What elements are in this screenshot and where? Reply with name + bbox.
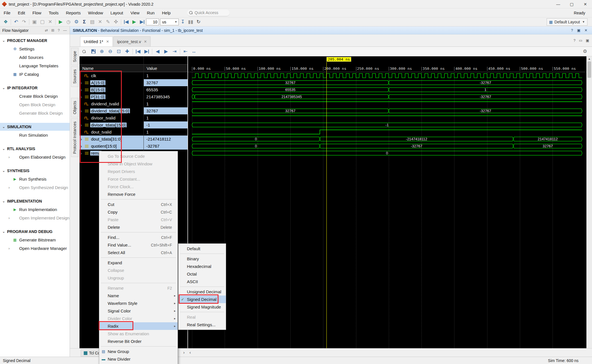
menu-item-hexadecimal[interactable]: Hexadecimal	[178, 263, 226, 270]
close-panel-icon[interactable]: ✕	[584, 28, 587, 32]
expand-chevron-icon[interactable]: ›	[81, 123, 85, 127]
menu-item-new-group[interactable]: ▤New Group	[99, 348, 178, 355]
goto-time-start-icon[interactable]: ◀	[134, 48, 142, 56]
menu-help[interactable]: Help	[158, 8, 174, 17]
float-panel-icon[interactable]: ▣	[577, 28, 580, 32]
flownav-item-open-implemented-design[interactable]: ›Open Implemented Design	[0, 214, 70, 222]
flownav-section-program-and-debug[interactable]: ⌄PROGRAM AND DEBUG	[0, 228, 70, 236]
toggle-icon[interactable]: ⇄	[45, 28, 48, 32]
expand-chevron-icon[interactable]: ›	[8, 216, 12, 220]
side-tab-sources[interactable]: Sources	[71, 66, 78, 87]
menu-item-remove-force[interactable]: Remove Force	[99, 190, 178, 198]
close-design-icon[interactable]: ✕	[96, 18, 104, 26]
search-icon[interactable]	[81, 48, 89, 56]
flownav-section-implementation[interactable]: ⌄IMPLEMENTATION	[0, 197, 70, 205]
minimize-panel-icon[interactable]: —	[63, 28, 67, 32]
elapsed-time-icon[interactable]: ◷	[65, 18, 72, 26]
expand-chevron-icon[interactable]: ›	[81, 88, 85, 92]
flownav-item-run-simulation[interactable]: Run Simulation	[0, 131, 70, 139]
vertical-scrollbar[interactable]: ▲	[586, 56, 592, 348]
waveform-trace-divisor-tvalid[interactable]	[188, 114, 586, 121]
flownav-item-open-synthesized-design[interactable]: ›Open Synthesized Design	[0, 183, 70, 192]
menu-item-cut[interactable]: CutCtrl+X	[99, 201, 178, 208]
expand-chevron-icon[interactable]: ›	[8, 185, 12, 190]
sum-report-icon[interactable]: Σ	[80, 18, 88, 26]
waveform-trace-divisor-tdata-15-0[interactable]: -1	[188, 121, 586, 128]
time-unit-select[interactable]: us ▼	[160, 19, 179, 25]
menu-item-new-virtual-bus[interactable]: ▥New Virtual Bus	[99, 363, 178, 364]
menu-item-name[interactable]: Name▸	[99, 292, 178, 299]
expand-chevron-icon[interactable]: ›	[81, 151, 85, 156]
paste-icon[interactable]: ▢	[38, 18, 46, 26]
settings-gear-icon[interactable]: ⚙	[72, 18, 80, 26]
flownav-item-settings[interactable]: ⚙Settings	[0, 45, 70, 53]
menu-reports[interactable]: Reports	[62, 8, 85, 17]
menu-file[interactable]: File	[0, 8, 14, 17]
expand-chevron-icon[interactable]: ›	[8, 246, 12, 250]
previous-transition-icon[interactable]: ◀	[153, 48, 162, 56]
wave-settings-gear-icon[interactable]: ⚙	[581, 48, 589, 56]
help-icon[interactable]: ?	[571, 28, 573, 32]
flownav-item-run-synthesis[interactable]: ▶Run Synthesis	[0, 175, 70, 183]
menu-item-reverse-bit-order[interactable]: Reverse Bit Order	[99, 338, 178, 345]
signal-name-dout-tvalid[interactable]: dout_tvalid	[79, 128, 143, 136]
signal-name-dividend-tdata-15-0[interactable]: ›dividend_tdata[15:0]	[79, 107, 143, 114]
menu-item-default[interactable]: Default	[178, 245, 226, 252]
expand-icon[interactable]: ⊞	[51, 28, 54, 32]
name-column-header[interactable]: Name	[79, 64, 143, 72]
tab-ipcore-test-v[interactable]: ipcore_test.v✕	[113, 36, 151, 46]
menu-item-expand[interactable]: Expand	[99, 259, 178, 267]
menu-item-unsigned-decimal[interactable]: Unsigned Decimal	[178, 288, 226, 296]
edit-icon[interactable]: ✎	[104, 18, 112, 26]
flownav-section-project-manager[interactable]: ⌄PROJECT MANAGER	[0, 37, 70, 45]
close-tab-icon[interactable]: ✕	[144, 39, 147, 44]
menu-item-select-all[interactable]: Select AllCtrl+A	[99, 249, 178, 256]
expand-chevron-icon[interactable]: ›	[81, 95, 85, 99]
zoom-fit-icon[interactable]: ⊡	[114, 48, 123, 56]
waveform-trace-dout-tvalid[interactable]	[188, 128, 586, 136]
scroll-right-icon[interactable]: ›	[183, 350, 185, 355]
scrollbar-thumb[interactable]	[587, 61, 591, 78]
redo-icon[interactable]: ↷	[20, 18, 28, 26]
flownav-item-create-block-design[interactable]: Create Block Design	[0, 92, 70, 100]
report-icon[interactable]: ▤	[88, 18, 96, 26]
signal-name-dividend-tvalid[interactable]: dividend_tvalid	[79, 100, 143, 107]
scroll-left-icon[interactable]: ‹	[189, 350, 191, 355]
signal-name-clk[interactable]: clk	[79, 72, 143, 79]
expand-chevron-icon[interactable]: ›	[81, 81, 85, 85]
flownav-item-open-elaborated-design[interactable]: ›Open Elaborated Design	[0, 153, 70, 161]
menu-item-real-settings[interactable]: Real Settings...	[178, 321, 226, 329]
signal-name-quotient-15-0[interactable]: ›quotient[15:0]	[79, 143, 143, 150]
project-window-icon[interactable]: ❖	[2, 18, 10, 26]
signal-name-dout-tdata-31-0[interactable]: ›dout_tdata[31:0]	[79, 136, 143, 143]
maximize-window-icon[interactable]: ▣	[586, 38, 589, 43]
menu-item-find[interactable]: Find...Ctrl+F	[99, 234, 178, 241]
pause-icon[interactable]: ▮▮	[187, 18, 195, 26]
side-tab-protocol-instances[interactable]: Protocol Instances	[71, 118, 78, 157]
expand-chevron-icon[interactable]: ›	[81, 137, 85, 141]
close-tab-icon[interactable]: ✕	[106, 39, 109, 44]
waveform-trace-p-31-0[interactable]: 2147385345-32767	[188, 93, 586, 100]
zoom-out-icon[interactable]: ⊖	[106, 48, 114, 56]
signal-name-divisor-tdata-15-0[interactable]: ›divisor_tdata[15:0]	[79, 121, 143, 128]
zoom-to-cursor-icon[interactable]: ✚	[123, 48, 131, 56]
next-transition-icon[interactable]: ▶	[162, 48, 170, 56]
flownav-section-synthesis[interactable]: ⌄SYNTHESIS	[0, 167, 70, 175]
zoom-in-icon[interactable]: ⊕	[98, 48, 106, 56]
float-window-icon[interactable]: ▭	[579, 38, 582, 43]
signal-name-b-15-0[interactable]: ›B[15:0]	[79, 86, 143, 93]
side-tab-scope[interactable]: Scope	[71, 48, 78, 65]
menu-item-octal[interactable]: Octal	[178, 270, 226, 278]
scroll-up-icon[interactable]: ▲	[587, 56, 592, 60]
run-flow-icon[interactable]: ▶	[57, 18, 65, 26]
layout-selector[interactable]: ▦ Default Layout ▼	[547, 18, 587, 26]
expand-chevron-icon[interactable]: ›	[81, 109, 85, 113]
waveform-trace-b-15-0[interactable]: 655351	[188, 86, 586, 93]
flownav-section-rtl-analysis[interactable]: ⌄RTL ANALYSIS	[0, 145, 70, 153]
menu-tools[interactable]: Tools	[45, 8, 62, 17]
delete-icon[interactable]: ✕	[46, 18, 54, 26]
flownav-item-run-implementation[interactable]: ▶Run Implementation	[0, 205, 70, 214]
menu-item-signed-magnitude[interactable]: Signed Magnitude	[178, 303, 226, 311]
step-icon[interactable]: ▶	[138, 18, 146, 26]
run-all-icon[interactable]: ▶	[130, 18, 138, 26]
